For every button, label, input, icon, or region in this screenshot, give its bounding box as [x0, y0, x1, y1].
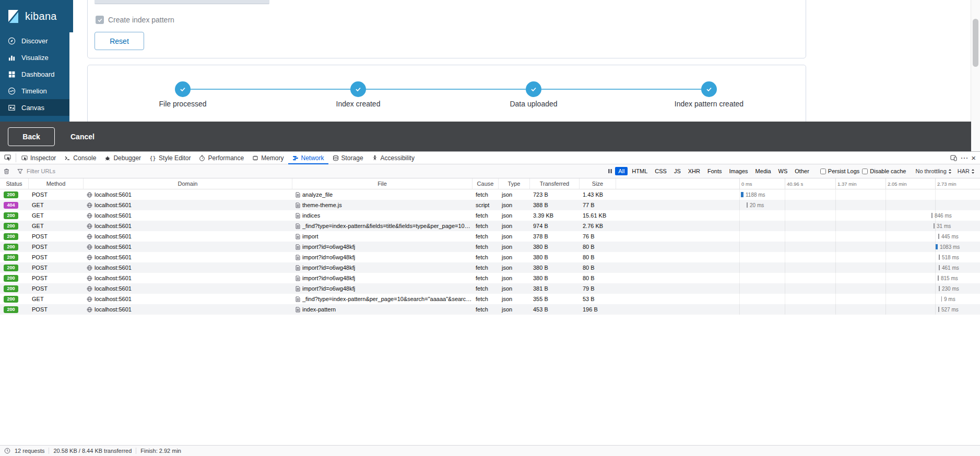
column-header-status[interactable]: Status	[0, 178, 29, 189]
domain-cell: localhost:5601	[95, 254, 132, 260]
column-header-size[interactable]: Size	[580, 178, 616, 189]
persist-logs-checkbox[interactable]: Persist Logs	[820, 168, 860, 174]
har-select[interactable]: HAR	[956, 168, 976, 174]
request-time: 31 ms	[937, 221, 951, 231]
method-cell: POST	[32, 191, 48, 198]
column-header-type[interactable]: Type	[499, 178, 530, 189]
svg-text:{}: {}	[150, 155, 156, 161]
method-cell: POST	[32, 254, 48, 260]
type-cell: json	[502, 306, 512, 313]
kibana-logo-text: kibana	[25, 10, 57, 22]
waterfall-cell: 1188 ms	[616, 189, 980, 200]
clear-requests-icon[interactable]	[4, 168, 9, 174]
sidebar-item-canvas[interactable]: Canvas	[0, 99, 69, 116]
file-cell: index-pattern	[302, 306, 336, 313]
timelion-icon	[8, 87, 16, 95]
filter-xhr[interactable]: XHR	[685, 167, 703, 175]
network-request-row[interactable]: 200POSTlocalhost:5601analyze_filefetchjs…	[0, 189, 980, 200]
waterfall-bar	[938, 234, 939, 239]
column-header-transferred[interactable]: Transferred	[530, 178, 580, 189]
network-request-row[interactable]: 200POSTlocalhost:5601import?id=o6wg48kfj…	[0, 262, 980, 273]
sidebar-item-dashboard[interactable]: Dashboard	[0, 66, 69, 82]
tab-inspector[interactable]: Inspector	[17, 152, 60, 164]
transferred-cell: 974 B	[533, 223, 548, 229]
network-request-row[interactable]: 200POSTlocalhost:5601index-patternfetchj…	[0, 304, 980, 315]
filter-css[interactable]: CSS	[652, 167, 670, 175]
disable-cache-checkbox[interactable]: Disable cache	[862, 168, 906, 174]
method-cell: GET	[32, 212, 44, 219]
tab-performance[interactable]: Performance	[195, 152, 248, 164]
file-cell: _find?type=index-pattern&per_page=10&sea…	[302, 296, 473, 302]
create-index-pattern-checkbox[interactable]: Create index pattern	[96, 16, 174, 24]
column-header-cause[interactable]: Cause	[473, 178, 499, 189]
filter-html[interactable]: HTML	[629, 167, 651, 175]
tab-label: Console	[73, 154, 96, 162]
filter-all[interactable]: All	[615, 167, 628, 175]
network-request-row[interactable]: 200GETlocalhost:5601indicesfetchjson3.39…	[0, 210, 980, 221]
waterfall-bar	[936, 244, 938, 249]
column-header-file[interactable]: File	[292, 178, 473, 189]
sidebar-scrollbar[interactable]	[69, 32, 73, 122]
network-request-row[interactable]: 200POSTlocalhost:5601import?id=o6wg48kfj…	[0, 252, 980, 262]
network-request-row[interactable]: 200POSTlocalhost:5601import?id=o6wg48kfj…	[0, 242, 980, 252]
request-time: 1083 ms	[940, 242, 960, 252]
waterfall-bar	[939, 286, 940, 291]
filter-fonts[interactable]: Fonts	[704, 167, 725, 175]
request-time: 527 ms	[941, 304, 959, 315]
pause-recording-icon[interactable]	[608, 169, 612, 174]
transferred-cell: 380 B	[533, 244, 548, 250]
sidebar-item-label: Canvas	[21, 104, 44, 112]
devtools-close-icon[interactable]: ×	[971, 154, 976, 162]
type-cell: json	[502, 244, 512, 250]
column-header-method[interactable]: Method	[29, 178, 84, 189]
type-cell: json	[502, 233, 512, 239]
tab-accessibility[interactable]: Accessibility	[368, 152, 419, 164]
tab-console[interactable]: Console	[60, 152, 100, 164]
throttling-select[interactable]: No throttling	[914, 168, 953, 174]
performance-analysis-icon[interactable]	[4, 448, 10, 454]
element-picker-icon[interactable]	[0, 152, 15, 164]
filter-media[interactable]: Media	[752, 167, 774, 175]
truncated-input[interactable]	[95, 0, 269, 4]
filter-js[interactable]: JS	[671, 167, 684, 175]
reset-button[interactable]: Reset	[95, 32, 144, 50]
responsive-design-mode-icon[interactable]	[950, 155, 957, 161]
sidebar-item-timelion[interactable]: Timelion	[0, 82, 69, 99]
disable-cache-input[interactable]	[862, 169, 868, 174]
back-button[interactable]: Back	[8, 127, 55, 146]
filter-other[interactable]: Other	[792, 167, 812, 175]
cancel-button[interactable]: Cancel	[70, 133, 95, 141]
tab-style-editor[interactable]: {}Style Editor	[145, 152, 195, 164]
page-scrollbar-thumb[interactable]	[973, 19, 978, 67]
devtools-menu-icon[interactable]: ⋯	[960, 154, 968, 162]
tab-network[interactable]: Network	[288, 152, 328, 164]
sidebar-item-visualize[interactable]: Visualize	[0, 49, 69, 66]
network-request-row[interactable]: 200POSTlocalhost:5601import?id=o6wg48kfj…	[0, 273, 980, 283]
sidebar-item-discover[interactable]: Discover	[0, 32, 69, 49]
filter-ws[interactable]: WS	[775, 167, 791, 175]
network-request-row[interactable]: 200GETlocalhost:5601_find?type=index-pat…	[0, 294, 980, 304]
waterfall-cell: 527 ms	[616, 304, 980, 315]
request-time: 445 ms	[941, 231, 959, 242]
file-icon	[296, 255, 300, 260]
kibana-logo[interactable]: kibana	[0, 0, 73, 32]
network-request-row[interactable]: 200POSTlocalhost:5601importfetchjson378 …	[0, 231, 980, 242]
network-request-row[interactable]: 200POSTlocalhost:5601import?id=o6wg48kfj…	[0, 283, 980, 294]
column-header-domain[interactable]: Domain	[84, 178, 292, 189]
request-time: 846 ms	[935, 210, 952, 221]
filter-images[interactable]: Images	[726, 167, 751, 175]
network-request-row[interactable]: 404GETlocalhost:5601theme-theme.jsscript…	[0, 200, 980, 210]
filter-urls-input[interactable]	[26, 167, 605, 175]
persist-logs-input[interactable]	[820, 169, 826, 174]
tab-memory[interactable]: Memory	[248, 152, 288, 164]
style-editor-icon: {}	[149, 155, 156, 161]
tab-debugger[interactable]: Debugger	[100, 152, 145, 164]
waterfall-bar	[938, 307, 939, 312]
waterfall-cell: 461 ms	[616, 262, 980, 273]
network-request-row[interactable]: 200GETlocalhost:5601_find?type=index-pat…	[0, 221, 980, 231]
accessibility-icon	[372, 155, 378, 161]
page-scrollbar[interactable]	[971, 0, 980, 151]
column-header-waterfall[interactable]: 0 ms40.96 s1.37 min2.05 min2.73 min	[616, 178, 980, 189]
waterfall-bar	[941, 296, 942, 302]
tab-storage[interactable]: Storage	[328, 152, 368, 164]
